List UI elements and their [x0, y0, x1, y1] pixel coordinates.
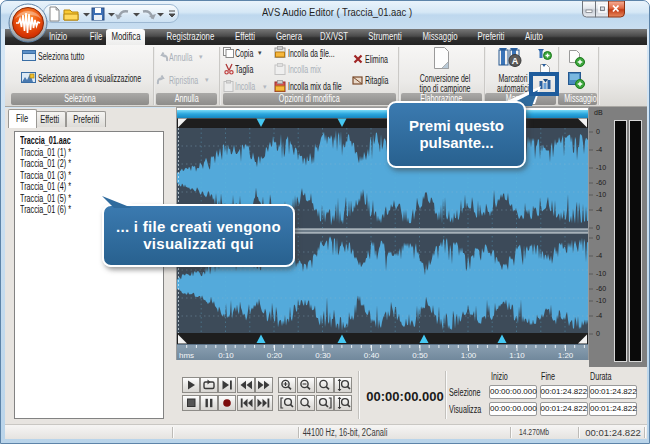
svg-text:-10: -10	[596, 297, 606, 304]
svg-text:-60: -60	[596, 179, 606, 186]
svg-text:1:00: 1:00	[461, 351, 477, 360]
svg-text:0:10: 0:10	[218, 351, 234, 360]
svg-text:1:20: 1:20	[558, 351, 574, 360]
svg-text:-4: -4	[596, 312, 602, 319]
svg-text:0: 0	[596, 330, 600, 337]
svg-text:-4: -4	[596, 252, 602, 259]
svg-text:0:50: 0:50	[412, 351, 428, 360]
svg-text:-10: -10	[596, 191, 606, 198]
svg-text:-60: -60	[596, 285, 606, 292]
svg-text:-4: -4	[596, 146, 602, 153]
svg-text:0:20: 0:20	[267, 351, 283, 360]
svg-text:0: 0	[596, 234, 600, 241]
svg-text:0:30: 0:30	[315, 351, 331, 360]
svg-text:-4: -4	[596, 206, 602, 213]
svg-text:0:40: 0:40	[364, 351, 380, 360]
svg-text:dB: dB	[594, 109, 603, 116]
svg-text:0: 0	[596, 128, 600, 135]
svg-text:hms: hms	[179, 351, 194, 360]
svg-text:-10: -10	[596, 164, 606, 171]
svg-text:A: A	[512, 56, 519, 66]
svg-text:-10: -10	[596, 270, 606, 277]
svg-text:0: 0	[596, 224, 600, 231]
svg-text:1:10: 1:10	[509, 351, 525, 360]
